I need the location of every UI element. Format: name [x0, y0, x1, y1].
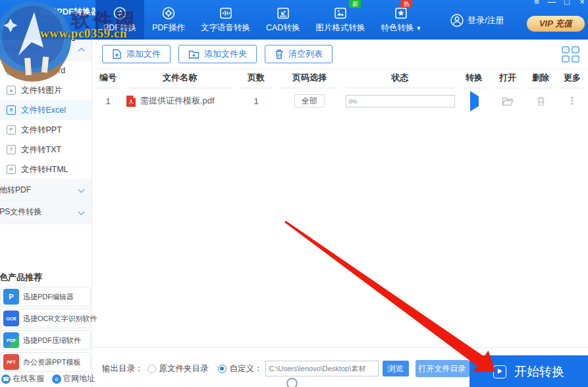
promo-label: 办公资源PPT模板 [23, 357, 80, 367]
txt-file-icon: T [7, 145, 16, 154]
group-label: WPS文件转换 [0, 206, 41, 218]
output-bar: 输出目录： 原文件夹目录 自定义： 浏览 打开文件目录 开始转换 [92, 347, 588, 387]
radio-original-label[interactable]: 原文件夹目录 [159, 363, 209, 374]
nav-image-convert[interactable]: 新 图片格式转换 [307, 0, 373, 40]
table-header-row: 编号 文件名称 页数 页码选择 状态 转换 打开 删除 更多 [92, 70, 588, 90]
file-cell: 需提供证件模板.pdf [124, 95, 236, 107]
col-delete: 删除 [529, 72, 552, 88]
progress-bar: 0% [346, 95, 455, 107]
output-path-input[interactable] [265, 361, 379, 376]
word-file-icon: W [7, 66, 16, 75]
pdf-file-icon [126, 96, 136, 107]
col-filename: 文件名称 [128, 72, 232, 88]
convert-play-button[interactable] [470, 91, 479, 111]
pdf-compress-icon: PDF [3, 332, 19, 348]
image-file-icon: ▲ [7, 86, 16, 95]
more-options-button[interactable]: ⋮ [556, 95, 588, 107]
file-toolbar: 添加文件 添加文件夹 清空列表 [92, 40, 588, 69]
promo-ppt-template[interactable]: PPT 办公资源PPT模板 [0, 352, 91, 372]
grid-view-toggle[interactable] [562, 46, 580, 63]
sidebar-item-to-ppt[interactable]: P 文件转PPT [0, 120, 92, 140]
play-square-icon [493, 365, 506, 378]
radio-original-folder[interactable] [147, 365, 156, 373]
user-icon [450, 13, 464, 28]
sidebar-item-to-txt[interactable]: T 文件转TXT [0, 140, 92, 160]
sidebar-group-other-to-pdf[interactable]: 其他转PDF [0, 179, 92, 200]
nav-text-speech[interactable]: 文字语音转换 [193, 0, 258, 40]
chevron-down-icon [78, 209, 85, 216]
login-register-button[interactable]: 登录/注册 [450, 13, 504, 28]
app-title: 迅捷PDF转换器 [40, 6, 99, 18]
ppt-file-icon: P [7, 125, 16, 134]
sidebar-item-to-image[interactable]: ▲ 文件转图片 [0, 80, 92, 100]
add-folder-button[interactable]: 添加文件夹 [178, 45, 257, 63]
col-number: 编号 [96, 72, 120, 88]
sidebar-group-pdf-to-other[interactable]: PDF转换其他 [0, 40, 92, 61]
nav-pdf-convert[interactable]: PDF转换 [95, 0, 144, 40]
app-version: v6.5.1.0 [40, 17, 64, 24]
promo-header: 特色产品推荐 [0, 272, 42, 283]
sidebar: PDF转换其他 W 文件转Word ▲ 文件转图片 X 文件转Excel P 文… [0, 40, 92, 387]
html-file-icon: H [7, 165, 16, 174]
vip-recharge-button[interactable]: VIP 充值 [527, 16, 585, 32]
open-folder-button[interactable] [491, 96, 525, 106]
pdf-editor-icon: P [3, 289, 19, 305]
chevron-up-icon [78, 48, 85, 55]
start-convert-button[interactable]: 开始转换 [469, 355, 588, 387]
item-label: 文件转TXT [21, 144, 61, 156]
output-dir-label: 输出目录： [102, 363, 144, 374]
item-label: 文件转图片 [21, 85, 63, 96]
online-service-link[interactable]: ☎ 在线客服 [1, 373, 44, 384]
login-label: 登录/注册 [468, 15, 504, 26]
sidebar-group-wps-convert[interactable]: WPS文件转换 [0, 200, 92, 224]
sidebar-item-to-word[interactable]: W 文件转Word [0, 61, 92, 80]
trash-icon [275, 49, 284, 59]
clear-list-button[interactable]: 清空列表 [265, 45, 333, 63]
nav-pdf-operate[interactable]: PDF操作 [144, 0, 193, 40]
chevron-down-icon [78, 187, 85, 193]
menu-icon[interactable]: ≡ [532, 0, 541, 7]
button-label: 清空列表 [288, 48, 323, 60]
sidebar-item-to-html[interactable]: H 文件转HTML [0, 160, 92, 179]
open-file-dir-button[interactable]: 打开文件目录 [415, 360, 469, 377]
cursor-ring [286, 378, 298, 387]
item-label: 文件转Excel [21, 105, 66, 116]
item-label: 文件转PPT [21, 125, 62, 136]
delete-button[interactable] [525, 96, 556, 106]
promo-ocr[interactable]: OCR 迅捷OCR文字识别软件 [0, 309, 91, 328]
table-row: 1 需提供证件模板.pdf 1 全部 0% ⋮ [92, 91, 588, 111]
nav-label: CAD转换 [266, 22, 300, 34]
col-convert: 转换 [462, 72, 487, 88]
row-number: 1 [92, 96, 124, 106]
item-label: 文件转Word [21, 65, 65, 76]
radio-custom-label[interactable]: 自定义： [230, 363, 263, 374]
nav-label: PDF操作 [152, 22, 185, 34]
close-icon[interactable]: × [577, 0, 587, 7]
col-page-select: 页码选择 [281, 72, 338, 88]
radio-custom[interactable] [218, 365, 227, 373]
promo-pdf-compress[interactable]: PDF 迅捷PDF压缩软件 [0, 330, 91, 350]
browse-button[interactable]: 浏览 [383, 361, 409, 376]
gear-icon [161, 5, 176, 22]
col-status: 状态 [346, 72, 454, 88]
col-more: 更多 [560, 72, 584, 88]
filename: 需提供证件模板.pdf [140, 95, 215, 107]
file-plus-icon [112, 49, 122, 59]
minimize-icon[interactable]: — [547, 0, 556, 7]
nav-cad-convert[interactable]: CAD转换 [258, 0, 307, 40]
ppt-template-icon: PPT [3, 354, 19, 370]
start-label: 开始转换 [514, 363, 564, 380]
group-label: 其他转PDF [0, 185, 31, 196]
official-site-link[interactable]: e 官网地址 [52, 373, 95, 384]
browser-e-icon: e [52, 374, 61, 384]
ocr-icon: OCR [3, 311, 19, 326]
nav-special-convert[interactable]: 热 特色转换▼ [373, 0, 429, 40]
folder-plus-icon [188, 49, 200, 59]
page-select-button[interactable]: 全部 [294, 94, 325, 107]
maximize-icon[interactable]: □ [562, 0, 572, 7]
sidebar-item-to-excel[interactable]: X 文件转Excel [0, 100, 92, 120]
nav-label: 图片格式转换 [315, 22, 365, 34]
promo-pdf-editor[interactable]: P 迅捷PDF编辑器 [0, 287, 91, 307]
window-controls: ≡ — □ × [532, 0, 587, 7]
add-file-button[interactable]: 添加文件 [102, 45, 171, 63]
